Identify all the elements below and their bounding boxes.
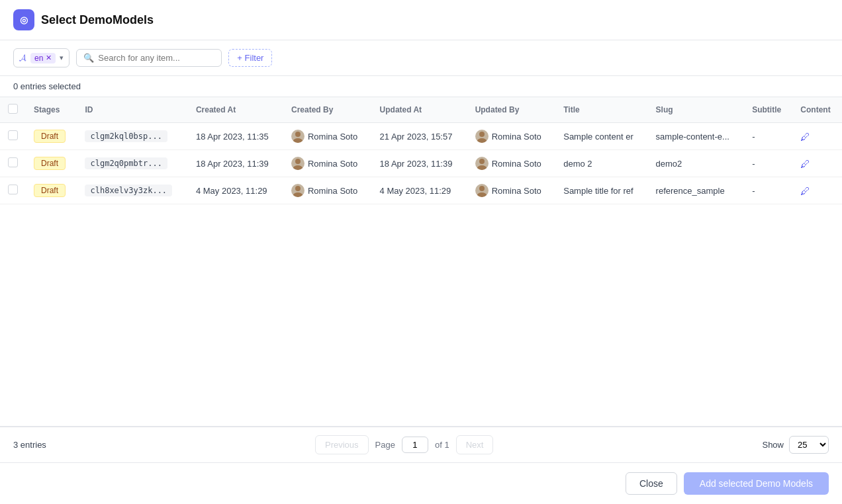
cell-content-2[interactable]: 🖊 [792, 177, 842, 204]
select-all-checkbox[interactable] [8, 104, 18, 114]
cell-content-0[interactable]: 🖊 [792, 123, 842, 150]
chevron-down-icon[interactable]: ▾ [60, 54, 64, 62]
page-title: Select DemoModels [41, 13, 154, 27]
row-checkbox-0[interactable] [8, 130, 18, 140]
svg-point-10 [479, 186, 485, 191]
toolbar: 𝓐 en ✕ ▾ 🔍 + Filter [0, 40, 842, 76]
table-row: Draft clgm2kql0bsp... 18 Apr 2023, 11:35… [0, 123, 842, 150]
edit-icon-0[interactable]: 🖊 [800, 131, 810, 142]
of-label: of 1 [435, 440, 449, 450]
row-checkbox-2[interactable] [8, 185, 18, 194]
col-created-at: Created At [188, 97, 283, 123]
col-slug: Slug [648, 97, 745, 123]
translate-icon: 𝓐 [19, 52, 26, 63]
cell-stage-1: Draft [26, 150, 77, 177]
cell-id-2: clh8xelv3y3zk... [77, 177, 187, 204]
lang-filter[interactable]: 𝓐 en ✕ ▾ [13, 48, 70, 67]
filter-label: + Filter [237, 53, 263, 63]
created-by-name-2: Romina Soto [308, 186, 357, 196]
svg-point-9 [293, 192, 303, 197]
col-updated-at: Updated At [372, 97, 467, 123]
previous-button[interactable]: Previous [315, 435, 369, 454]
cell-content-1[interactable]: 🖊 [792, 150, 842, 177]
cell-created-at-2: 4 May 2023, 11:29 [188, 177, 283, 204]
avatar-created-2 [291, 184, 304, 197]
pagination: Previous Page of 1 Next [315, 435, 493, 454]
cell-subtitle-1: - [744, 150, 792, 177]
cell-subtitle-2: - [744, 177, 792, 204]
avatar-updated-2 [475, 184, 489, 197]
cell-slug-0: sample-content-e... [648, 123, 745, 150]
stage-badge-0: Draft [34, 130, 66, 143]
page-input[interactable] [402, 437, 428, 453]
lang-tag: en ✕ [30, 53, 56, 63]
created-by-name-1: Romina Soto [308, 159, 357, 169]
id-badge-2: clh8xelv3y3zk... [85, 185, 172, 196]
filter-button[interactable]: + Filter [228, 49, 272, 67]
search-input[interactable] [98, 53, 214, 63]
cell-stage-2: Draft [26, 177, 77, 204]
updated-by-name-2: Romina Soto [492, 186, 541, 196]
svg-point-5 [293, 165, 303, 170]
cell-created-at-0: 18 Apr 2023, 11:35 [188, 123, 283, 150]
col-stages: Stages [26, 97, 77, 123]
cell-created-by-1: Romina Soto [283, 150, 372, 177]
cell-id-1: clgm2q0pmbtr... [77, 150, 187, 177]
cell-updated-at-1: 18 Apr 2023, 11:39 [372, 150, 467, 177]
cell-updated-at-2: 4 May 2023, 11:29 [372, 177, 467, 204]
updated-by-name-1: Romina Soto [492, 159, 541, 169]
cell-updated-by-0: Romina Soto [467, 123, 556, 150]
cell-id-0: clgm2kql0bsp... [77, 123, 187, 150]
updated-by-name-0: Romina Soto [492, 132, 541, 142]
search-icon: 🔍 [83, 53, 94, 63]
add-selected-button[interactable]: Add selected Demo Models [684, 472, 829, 495]
edit-icon-2[interactable]: 🖊 [800, 185, 810, 196]
cell-stage-0: Draft [26, 123, 77, 150]
actions-bar: Close Add selected Demo Models [0, 462, 842, 504]
cell-title-0: Sample content er [555, 123, 647, 150]
col-updated-by: Updated By [467, 97, 556, 123]
next-button[interactable]: Next [456, 435, 494, 454]
svg-point-11 [477, 192, 487, 197]
lang-close-icon[interactable]: ✕ [46, 54, 52, 62]
svg-point-8 [295, 186, 301, 191]
id-badge-0: clgm2kql0bsp... [85, 130, 167, 142]
page-label: Page [375, 440, 395, 450]
avatar-updated-1 [475, 157, 489, 170]
avatar-created-0 [291, 130, 304, 143]
svg-point-1 [293, 138, 303, 143]
search-box[interactable]: 🔍 [76, 49, 222, 67]
cell-updated-by-1: Romina Soto [467, 150, 556, 177]
cell-title-2: Sample title for ref [555, 177, 647, 204]
cell-updated-by-2: Romina Soto [467, 177, 556, 204]
footer: 3 entries Previous Page of 1 Next Show 2… [0, 427, 842, 462]
row-checkbox-cell-1[interactable] [0, 150, 26, 177]
svg-point-0 [295, 132, 301, 137]
total-entries: 3 entries [13, 440, 46, 450]
col-subtitle: Subtitle [744, 97, 792, 123]
cell-created-by-0: Romina Soto [283, 123, 372, 150]
select-all-header[interactable] [0, 97, 26, 123]
svg-point-4 [295, 159, 301, 164]
app-icon: ◎ [13, 9, 34, 30]
row-checkbox-cell-0[interactable] [0, 123, 26, 150]
avatar-updated-0 [475, 130, 489, 143]
row-checkbox-cell-2[interactable] [0, 177, 26, 204]
created-by-name-0: Romina Soto [308, 132, 357, 142]
cell-updated-at-0: 21 Apr 2023, 15:57 [372, 123, 467, 150]
entries-selected-label: 0 entries selected [0, 76, 842, 97]
cell-created-by-2: Romina Soto [283, 177, 372, 204]
show-select[interactable]: 25 50 100 [789, 436, 829, 454]
edit-icon-1[interactable]: 🖊 [800, 158, 810, 169]
modal-header: ◎ Select DemoModels [0, 0, 842, 40]
col-content: Content [792, 97, 842, 123]
close-button[interactable]: Close [626, 472, 677, 495]
cell-slug-2: reference_sample [648, 177, 745, 204]
data-table: Stages ID Created At Created By Updated … [0, 97, 842, 204]
svg-point-7 [477, 165, 487, 170]
row-checkbox-1[interactable] [8, 157, 18, 167]
show-section: Show 25 50 100 [762, 436, 829, 454]
id-badge-1: clgm2q0pmbtr... [85, 157, 167, 169]
table-header-row: Stages ID Created At Created By Updated … [0, 97, 842, 123]
stage-badge-2: Draft [34, 184, 66, 197]
